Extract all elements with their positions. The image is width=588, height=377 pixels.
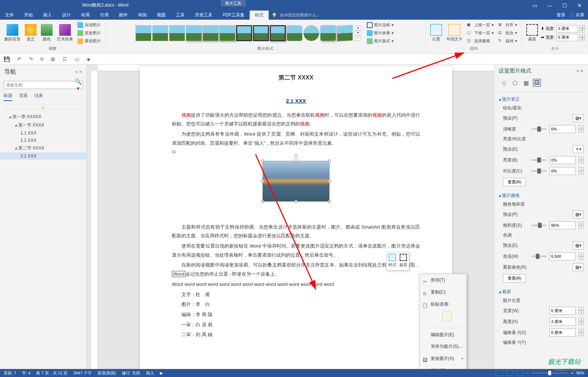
style-thumb[interactable] bbox=[337, 24, 353, 41]
height-input[interactable] bbox=[556, 25, 578, 32]
crop-button[interactable]: 裁剪 bbox=[525, 23, 539, 43]
position-button[interactable]: 位置 bbox=[429, 23, 443, 43]
resize-handle[interactable] bbox=[261, 160, 264, 162]
selection-pane-button[interactable]: ◳选择窗格 bbox=[465, 38, 495, 45]
pane-dropdown-icon[interactable]: ▾ ✕ bbox=[577, 69, 584, 74]
view-web-button[interactable] bbox=[516, 370, 523, 376]
qat-button[interactable]: ▭ bbox=[74, 56, 79, 62]
save-button[interactable]: 💾 bbox=[4, 56, 10, 62]
selected-image[interactable] bbox=[262, 161, 330, 202]
nav-item-selected[interactable]: 2.1 XXX bbox=[0, 152, 87, 160]
tell-me-input[interactable]: 告诉我您想要做什么... bbox=[280, 12, 319, 18]
ctx-save-as-picture[interactable]: 另存为图片(S)... bbox=[420, 341, 466, 353]
nav-item[interactable]: 1.1 XXX bbox=[0, 129, 87, 137]
ctx-edit-picture[interactable]: 编辑图片(E) bbox=[420, 329, 466, 341]
gallery-more-button[interactable]: ⋯ bbox=[355, 36, 361, 41]
view-read-button[interactable] bbox=[496, 370, 503, 376]
style-thumb[interactable] bbox=[320, 25, 336, 41]
style-thumb[interactable] bbox=[236, 25, 252, 41]
maximize-button[interactable]: ☐ bbox=[560, 2, 569, 9]
style-thumb[interactable] bbox=[253, 25, 269, 41]
nav-collapse-button[interactable]: ▴ bbox=[4, 105, 83, 110]
fill-tab-icon[interactable]: ◇ bbox=[500, 79, 508, 87]
style-thumb[interactable] bbox=[135, 25, 151, 41]
status-insert[interactable]: 插入 bbox=[146, 370, 154, 376]
nav-tab-headings[interactable]: 标题 bbox=[4, 93, 12, 101]
width-up[interactable]: ▴ bbox=[580, 34, 585, 38]
picture-tab-icon[interactable]: 🖼 bbox=[533, 79, 541, 87]
resize-handle[interactable] bbox=[295, 160, 297, 162]
align-button[interactable]: ⊞对齐 ▾ bbox=[497, 22, 519, 29]
offset-x-input[interactable] bbox=[549, 329, 576, 337]
tab-review[interactable]: 审阅 bbox=[133, 11, 152, 20]
contrast-slider[interactable] bbox=[531, 170, 546, 172]
resize-handle[interactable] bbox=[261, 200, 264, 203]
document-page[interactable]: 第二节 XXXX 2.1 XXX 视频提供了功能强大的方法帮助您证明您的观点。当… bbox=[140, 66, 452, 369]
section-color[interactable]: ◢图片颜色 bbox=[499, 191, 584, 200]
status-page[interactable]: 页面: 7 bbox=[4, 370, 16, 376]
status-words[interactable]: 2847 个字 bbox=[73, 370, 92, 376]
tab-home[interactable]: 开始 bbox=[19, 11, 38, 20]
brightness-slider[interactable] bbox=[531, 159, 546, 161]
ribbon-display-icon[interactable]: ▭ bbox=[530, 2, 539, 9]
share-button[interactable]: 👤 共享 bbox=[569, 12, 584, 18]
vertical-ruler[interactable] bbox=[91, 71, 98, 369]
style-thumb[interactable] bbox=[169, 25, 185, 41]
nav-dropdown-icon[interactable]: ▾ ✕ bbox=[76, 70, 82, 74]
temp-input[interactable] bbox=[549, 252, 576, 260]
remove-background-button[interactable]: 删除背景 bbox=[3, 23, 22, 43]
resize-handle[interactable] bbox=[261, 180, 264, 183]
change-picture-button[interactable]: 更改图片 bbox=[76, 30, 102, 37]
nav-item[interactable]: ◢第二节 XXXX bbox=[0, 144, 87, 152]
resize-handle[interactable] bbox=[328, 200, 331, 203]
section-correct[interactable]: ◢图片更正 bbox=[499, 95, 584, 104]
tab-mailings[interactable]: 邮件 bbox=[114, 11, 133, 20]
style-thumb[interactable] bbox=[186, 25, 202, 41]
nav-tab-results[interactable]: 结果 bbox=[34, 93, 43, 101]
nav-item[interactable]: 1.2 XXX bbox=[0, 137, 87, 144]
status-lang[interactable]: 英语(美国) bbox=[97, 370, 116, 376]
picture-border-button[interactable]: 图片边框 ▾ bbox=[365, 22, 395, 29]
resize-handle[interactable] bbox=[328, 160, 331, 162]
height-down[interactable]: ▾ bbox=[580, 29, 585, 32]
reset-button[interactable]: 重置(R) bbox=[503, 178, 526, 186]
saturation-input[interactable] bbox=[549, 221, 576, 229]
preset3-dropdown[interactable]: ▦▾ bbox=[573, 210, 584, 218]
style-thumb[interactable] bbox=[203, 25, 219, 41]
qat-button[interactable]: ☶ bbox=[62, 56, 67, 62]
saturation-slider[interactable] bbox=[531, 225, 546, 226]
ctx-copy[interactable]: ⎘复制(C) bbox=[420, 286, 466, 298]
nav-search[interactable]: 🔍 ▾ bbox=[4, 81, 83, 89]
tab-file[interactable]: 文件 bbox=[0, 11, 19, 20]
close-button[interactable]: ✕ bbox=[575, 2, 584, 9]
redo-button[interactable]: ↷ bbox=[29, 56, 33, 62]
layout-tab-icon[interactable]: ▦ bbox=[522, 79, 530, 87]
tab-references[interactable]: 引用 bbox=[95, 11, 114, 20]
tab-format[interactable]: 格式 bbox=[250, 11, 269, 20]
mini-style-button[interactable]: 样式 bbox=[388, 254, 396, 269]
height-up[interactable]: ▴ bbox=[580, 25, 585, 29]
tab-insert[interactable]: 插入 bbox=[38, 11, 57, 20]
ctx-group[interactable]: ⊡组合(G)▸ bbox=[420, 365, 466, 369]
search-icon[interactable]: 🔍 ▾ bbox=[74, 78, 82, 92]
undo-button[interactable]: ↶ bbox=[17, 56, 22, 62]
style-thumb[interactable] bbox=[152, 25, 168, 41]
clarity-slider[interactable] bbox=[531, 128, 546, 130]
style-thumb[interactable] bbox=[270, 25, 286, 41]
mini-crop-button[interactable]: 裁剪 bbox=[399, 254, 407, 269]
view-print-button[interactable] bbox=[506, 370, 513, 376]
minimize-button[interactable]: — bbox=[545, 2, 554, 9]
width-input[interactable] bbox=[556, 34, 578, 41]
zoom-slider[interactable] bbox=[532, 372, 568, 374]
zoom-out-button[interactable]: − bbox=[526, 371, 529, 375]
rotate-button[interactable]: ↻旋转 ▾ bbox=[497, 38, 519, 45]
clarity-input[interactable] bbox=[549, 125, 576, 133]
resize-handle[interactable] bbox=[328, 180, 331, 183]
tab-layout[interactable]: 布局 bbox=[76, 11, 95, 20]
tab-design[interactable]: 设计 bbox=[57, 11, 76, 20]
preset2-dropdown[interactable]: ☀▾ bbox=[573, 145, 584, 153]
brightness-input[interactable] bbox=[549, 156, 576, 164]
width-down[interactable]: ▾ bbox=[580, 38, 585, 41]
status-section[interactable]: 节: 4 bbox=[22, 370, 30, 376]
tab-pdf[interactable]: PDF工具集 bbox=[218, 11, 250, 20]
